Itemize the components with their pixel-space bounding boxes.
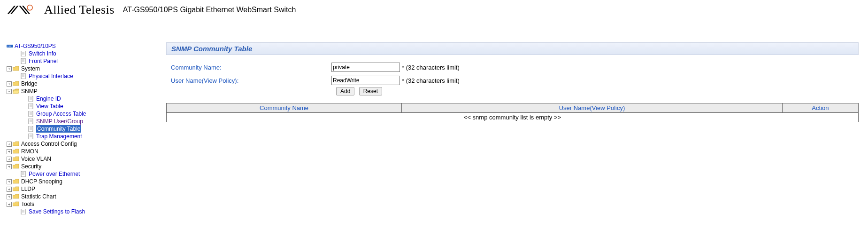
community-name-input[interactable]: [331, 63, 400, 72]
username-label: User Name(View Policy):: [171, 77, 331, 84]
page-icon: [20, 73, 27, 79]
folder-icon: [13, 164, 19, 169]
nav-item-trap-management[interactable]: Trap Management: [36, 133, 82, 140]
folder-icon: [13, 149, 19, 154]
page-icon: [28, 119, 34, 124]
brand-text: Allied Telesis: [44, 3, 115, 17]
expander-plus-icon[interactable]: +: [7, 164, 12, 169]
page-icon: [20, 171, 27, 177]
nav-item-bridge[interactable]: Bridge: [21, 80, 38, 87]
nav-item-statistic-chart[interactable]: Statistic Chart: [21, 193, 56, 200]
nav-item-rmon[interactable]: RMON: [21, 148, 38, 155]
page-icon: [20, 51, 27, 56]
expander-plus-icon[interactable]: +: [7, 187, 12, 192]
expander-plus-icon[interactable]: +: [7, 149, 12, 154]
folder-icon: [13, 201, 19, 207]
community-name-label: Community Name:: [171, 64, 331, 71]
svg-rect-8: [10, 46, 11, 47]
svg-rect-9: [21, 51, 25, 56]
expander-plus-icon[interactable]: +: [7, 194, 12, 199]
folder-icon: [13, 194, 19, 199]
col-community: Community Name: [167, 103, 402, 113]
allied-telesis-logo-icon: [7, 3, 40, 16]
svg-rect-17: [21, 73, 25, 79]
panel-title: SNMP Community Table: [166, 42, 859, 55]
svg-point-4: [27, 5, 32, 10]
folder-icon: [13, 156, 19, 162]
svg-rect-7: [9, 46, 10, 47]
nav-item-dhcp-snooping[interactable]: DHCP Snooping: [21, 178, 62, 185]
username-hint: * (32 characters limit): [402, 77, 460, 84]
empty-message: << snmp community list is empty >>: [167, 113, 859, 122]
nav-item-lldp[interactable]: LLDP: [21, 185, 35, 193]
folder-icon: [13, 81, 19, 87]
expander-plus-icon[interactable]: +: [7, 202, 12, 207]
add-button[interactable]: Add: [336, 87, 354, 95]
nav-item-front-panel[interactable]: Front Panel: [29, 57, 58, 65]
page-icon: [20, 209, 27, 214]
expander-plus-icon[interactable]: +: [7, 179, 12, 184]
svg-rect-49: [21, 209, 25, 214]
nav-item-engine-id[interactable]: Engine ID: [36, 95, 61, 103]
folder-icon: [13, 66, 19, 71]
expander-plus-icon[interactable]: +: [7, 66, 12, 71]
expander-plus-icon[interactable]: +: [7, 142, 12, 147]
folder-icon: [13, 186, 19, 192]
nav-item-system[interactable]: System: [21, 65, 40, 72]
page-icon: [28, 111, 34, 117]
switch-icon: [7, 43, 13, 49]
product-title: AT-GS950/10PS Gigabit Ethernet WebSmart …: [123, 6, 296, 14]
svg-rect-25: [29, 103, 33, 109]
brand-lockup: Allied Telesis: [7, 3, 115, 17]
expander-plus-icon[interactable]: +: [7, 157, 12, 162]
nav-item-view-table[interactable]: View Table: [36, 103, 63, 110]
expander-plus-icon[interactable]: +: [7, 81, 12, 87]
nav-item-community-table[interactable]: Community Table: [36, 125, 81, 133]
nav-root[interactable]: AT-GS950/10PS: [15, 42, 56, 50]
nav-item-power-over-ethernet[interactable]: Power over Ethernet: [29, 170, 80, 178]
page-icon: [28, 134, 34, 139]
svg-rect-6: [8, 46, 8, 47]
col-action: Action: [782, 103, 858, 113]
snmp-form: Community Name: * (32 characters limit) …: [166, 55, 859, 99]
svg-rect-37: [29, 126, 33, 132]
nav-item-security[interactable]: Security: [21, 163, 41, 170]
nav-item-voice-vlan[interactable]: Voice VLAN: [21, 155, 51, 163]
nav-item-snmp-user-group[interactable]: SNMP User/Group: [36, 118, 83, 125]
username-input[interactable]: [331, 76, 400, 85]
page-header: Allied Telesis AT-GS950/10PS Gigabit Eth…: [0, 0, 868, 19]
nav-item-tools[interactable]: Tools: [21, 200, 34, 208]
table-header-row: Community Name User Name(View Policy) Ac…: [167, 103, 859, 113]
folder-open-icon: [13, 88, 19, 94]
page-icon: [28, 126, 34, 132]
main-content: SNMP Community Table Community Name: * (…: [166, 42, 868, 122]
svg-rect-33: [29, 119, 33, 124]
nav-item-physical-interface[interactable]: Physical Interface: [29, 72, 73, 80]
reset-button[interactable]: Reset: [359, 87, 382, 95]
svg-rect-29: [29, 111, 33, 117]
nav-item-save-settings-to-flash[interactable]: Save Settings to Flash: [29, 208, 85, 215]
table-empty-row: << snmp community list is empty >>: [167, 113, 859, 122]
community-name-hint: * (32 characters limit): [402, 64, 460, 71]
svg-rect-21: [29, 96, 33, 102]
folder-icon: [13, 179, 19, 184]
svg-rect-13: [21, 58, 25, 64]
expander-minus-icon[interactable]: -: [7, 89, 12, 94]
nav-item-access-control-config[interactable]: Access Control Config: [21, 140, 77, 148]
nav-item-switch-info[interactable]: Switch Info: [29, 50, 56, 57]
community-table: Community Name User Name(View Policy) Ac…: [166, 103, 859, 122]
svg-rect-45: [21, 171, 25, 177]
page-icon: [28, 96, 34, 102]
folder-icon: [13, 141, 19, 147]
nav-item-group-access-table[interactable]: Group Access Table: [36, 110, 86, 118]
nav-tree: AT-GS950/10PS Switch InfoFront Panel+Sys…: [0, 42, 166, 215]
nav-item-snmp[interactable]: SNMP: [21, 87, 38, 95]
page-icon: [28, 103, 34, 109]
page-icon: [20, 58, 27, 64]
col-username: User Name(View Policy): [402, 103, 783, 113]
svg-rect-41: [29, 134, 33, 139]
